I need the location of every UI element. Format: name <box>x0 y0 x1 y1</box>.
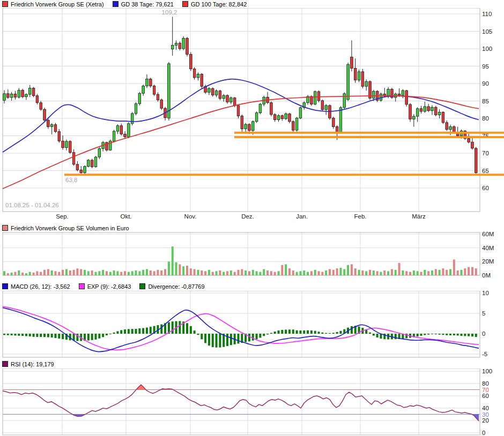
svg-text:80: 80 <box>482 115 489 122</box>
stock-chart-page: Friedrich Vorwerk Group SE (Xetra) GD 38… <box>0 0 504 436</box>
svg-text:110: 110 <box>482 11 492 17</box>
macd-swatch-icon <box>2 283 8 289</box>
rsi-chart-svg: 1008070604030200 <box>0 369 504 436</box>
legend-item-instrument: Friedrich Vorwerk Group SE (Xetra) <box>2 1 104 7</box>
price-legend: Friedrich Vorwerk Group SE (Xetra) GD 38… <box>2 1 247 7</box>
legend-item-exp: EXP (9): -2,6843 <box>79 283 131 290</box>
svg-text:105: 105 <box>482 28 492 35</box>
volume-chart-svg: 60M40M20M0M <box>0 232 504 281</box>
svg-text:90: 90 <box>482 80 489 87</box>
gd38-swatch-icon <box>113 1 118 7</box>
legend-label: Friedrich Vorwerk Group SE (Xetra) <box>11 1 104 7</box>
svg-text:-5: -5 <box>482 351 487 357</box>
svg-text:85: 85 <box>482 98 489 104</box>
svg-text:5: 5 <box>482 310 485 317</box>
svg-text:0: 0 <box>482 430 485 436</box>
svg-text:30: 30 <box>482 411 489 418</box>
svg-text:20M: 20M <box>482 258 494 265</box>
divergence-swatch-icon <box>139 283 145 289</box>
svg-text:20: 20 <box>482 417 489 424</box>
legend-label: RSI (14): 19,179 <box>11 361 54 367</box>
svg-text:60: 60 <box>482 185 489 191</box>
svg-text:März: März <box>412 213 426 220</box>
volume-legend: Friedrich Vorwerk Group SE Volumen in Eu… <box>2 224 129 231</box>
svg-text:80: 80 <box>482 380 489 387</box>
svg-text:Feb.: Feb. <box>354 213 366 220</box>
svg-text:Dez.: Dez. <box>241 213 254 220</box>
gd100-swatch-icon <box>182 1 188 7</box>
legend-item-macd: MACD (26, 12): -3,562 <box>2 283 70 290</box>
macd-legend: MACD (26, 12): -3,562 EXP (9): -2,6843 D… <box>2 283 205 290</box>
svg-text:95: 95 <box>482 63 489 70</box>
svg-text:70: 70 <box>482 387 489 393</box>
svg-text:10: 10 <box>482 291 489 296</box>
exp-swatch-icon <box>79 283 85 289</box>
legend-label: MACD (26, 12): -3,562 <box>11 283 70 290</box>
legend-item-volume: Friedrich Vorwerk Group SE Volumen in Eu… <box>2 225 129 231</box>
rsi-legend: RSI (14): 19,179 <box>2 360 54 367</box>
svg-text:65: 65 <box>482 168 489 174</box>
legend-item-gd100: GD 100 Tage: 82,842 <box>182 1 247 7</box>
svg-text:Nov.: Nov. <box>184 213 197 220</box>
svg-text:0: 0 <box>482 330 485 337</box>
svg-text:60: 60 <box>482 393 489 399</box>
legend-item-rsi: RSI (14): 19,179 <box>2 361 54 367</box>
legend-label: EXP (9): -2,6843 <box>87 283 131 290</box>
legend-item-gd38: GD 38 Tage: 79,621 <box>113 1 174 7</box>
series-swatch-icon <box>2 1 8 7</box>
legend-label: Friedrich Vorwerk Group SE Volumen in Eu… <box>11 225 129 231</box>
svg-text:40M: 40M <box>482 245 494 251</box>
svg-text:100: 100 <box>482 46 492 52</box>
svg-text:60M: 60M <box>482 232 494 237</box>
legend-label: GD 38 Tage: 79,621 <box>121 1 174 7</box>
svg-text:63,8: 63,8 <box>65 177 77 183</box>
svg-text:40: 40 <box>482 405 489 411</box>
svg-text:70: 70 <box>482 150 489 156</box>
svg-text:100: 100 <box>482 369 492 374</box>
macd-chart-svg: 1050-5 <box>0 291 504 360</box>
svg-text:01.08.25 - 01.04.26: 01.08.25 - 01.04.26 <box>5 202 59 208</box>
price-chart-svg: 1101051009590858075706560Sep.Okt.Nov.Dez… <box>0 8 504 221</box>
svg-text:Sep.: Sep. <box>56 213 69 220</box>
volume-swatch-icon <box>2 225 8 231</box>
rsi-swatch-icon <box>2 361 8 367</box>
svg-text:Jan.: Jan. <box>296 213 308 220</box>
svg-text:109,2: 109,2 <box>162 9 177 16</box>
svg-text:0M: 0M <box>482 272 491 279</box>
svg-text:Okt.: Okt. <box>120 213 131 220</box>
legend-item-divergence: Divergence: -0,87769 <box>139 283 204 290</box>
legend-label: GD 100 Tage: 82,842 <box>191 1 247 7</box>
legend-label: Divergence: -0,87769 <box>148 283 204 290</box>
